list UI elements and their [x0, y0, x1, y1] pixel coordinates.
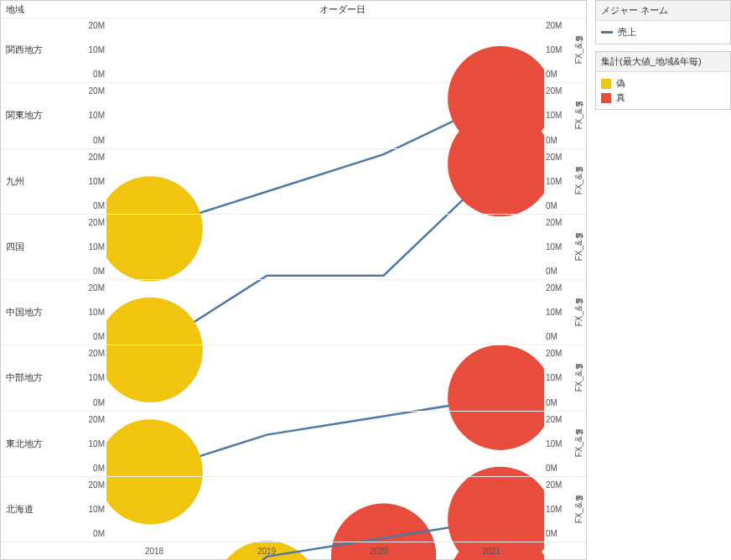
true-swatch	[601, 93, 611, 103]
y-right-axis-label: FX_地域&...	[573, 298, 585, 326]
plot-cell[interactable]	[106, 280, 544, 345]
y-right-axis-label: FX_地域&...	[573, 101, 585, 129]
region-label: 東北地方	[1, 412, 65, 476]
legend-measure-title: メジャー ネーム	[596, 1, 730, 21]
y-left-ticks: 20M10M0M	[78, 345, 106, 410]
legend-item-false[interactable]: 偽	[601, 77, 725, 90]
header-region: 地域	[1, 3, 98, 16]
y-right-ticks: 20M10M0M	[544, 477, 573, 542]
y-right-axis-label: FX_地域&...	[573, 495, 585, 523]
chart-row: 東北地方売上20M10M0M 20M10M0MFX_地域&...	[1, 412, 586, 477]
x-tick: 2019	[210, 547, 323, 556]
y-right-ticks: 20M10M0M	[544, 149, 573, 214]
plot-cell[interactable]	[106, 477, 544, 542]
legend-item-label: 売上	[618, 26, 636, 39]
chart-area: 地域 オーダー日 関西地方売上20M10M0M 20M10M0MFX_地域&..…	[0, 0, 587, 560]
y-left-ticks: 20M10M0M	[78, 412, 106, 476]
plot-cell[interactable]	[106, 83, 544, 148]
legend-item-true[interactable]: 真	[601, 91, 725, 104]
x-tick: 2020	[323, 547, 435, 556]
legend-agg: 集計(最大値_地域&年毎) 偽 真	[595, 51, 731, 110]
legend-area: メジャー ネーム 売上 集計(最大値_地域&年毎) 偽 真	[587, 0, 731, 560]
y-left-ticks: 20M10M0M	[78, 83, 106, 148]
header-date: オーダー日	[98, 3, 586, 16]
y-left-ticks: 20M10M0M	[78, 477, 106, 542]
plot-cell[interactable]	[106, 215, 544, 279]
chart-row: 中国地方売上20M10M0M 20M10M0MFX_地域&...	[1, 280, 586, 345]
y-right-axis-label: FX_地域&...	[573, 233, 585, 261]
y-right-axis-label: FX_地域&...	[573, 364, 585, 391]
plot-cell[interactable]	[106, 18, 544, 82]
region-label: 北海道	[1, 477, 65, 542]
y-left-ticks: 20M10M0M	[78, 215, 106, 279]
region-label: 中国地方	[1, 280, 65, 345]
region-label: 四国	[1, 215, 65, 279]
chart-row: 北海道売上20M10M0M 20M10M0MFX_地域&...	[1, 477, 586, 542]
plot-cell[interactable]	[106, 149, 544, 214]
plot-cell[interactable]	[106, 345, 544, 410]
plot-cell[interactable]	[106, 412, 544, 476]
chart-row: 四国売上20M10M0M 20M10M0MFX_地域&...	[1, 215, 586, 280]
y-right-axis-label: FX_地域&...	[573, 167, 585, 194]
x-tick: 2021	[435, 547, 547, 556]
y-right-ticks: 20M10M0M	[544, 280, 573, 345]
legend-measure: メジャー ネーム 売上	[595, 0, 731, 44]
y-right-ticks: 20M10M0M	[544, 412, 573, 476]
y-right-ticks: 20M10M0M	[544, 83, 573, 148]
false-swatch	[601, 79, 611, 89]
y-left-ticks: 20M10M0M	[78, 280, 106, 345]
legend-agg-title: 集計(最大値_地域&年毎)	[596, 52, 730, 72]
y-right-axis-label: FX_地域&...	[573, 36, 585, 64]
region-label: 九州	[1, 149, 65, 214]
legend-item-label: 偽	[616, 77, 625, 90]
chart-row: 関東地方売上20M10M0M 20M10M0MFX_地域&...	[1, 83, 586, 148]
chart-row: 関西地方売上20M10M0M 20M10M0MFX_地域&...	[1, 18, 586, 83]
chart-row: 中部地方売上20M10M0M 20M10M0MFX_地域&...	[1, 345, 586, 411]
legend-item-sales[interactable]: 売上	[601, 26, 725, 39]
line-swatch	[601, 31, 613, 34]
region-label: 関西地方	[1, 18, 65, 82]
region-label: 関東地方	[1, 83, 65, 148]
y-right-axis-label: FX_地域&...	[573, 429, 585, 457]
y-right-ticks: 20M10M0M	[544, 215, 573, 279]
chart-row: 九州売上20M10M0M 20M10M0MFX_地域&...	[1, 149, 586, 215]
x-tick: 2018	[98, 547, 210, 556]
y-left-ticks: 20M10M0M	[78, 149, 106, 214]
y-right-ticks: 20M10M0M	[544, 345, 573, 410]
region-label: 中部地方	[1, 345, 65, 410]
legend-item-label: 真	[616, 91, 625, 104]
y-right-ticks: 20M10M0M	[544, 18, 573, 82]
y-left-ticks: 20M10M0M	[78, 18, 106, 82]
